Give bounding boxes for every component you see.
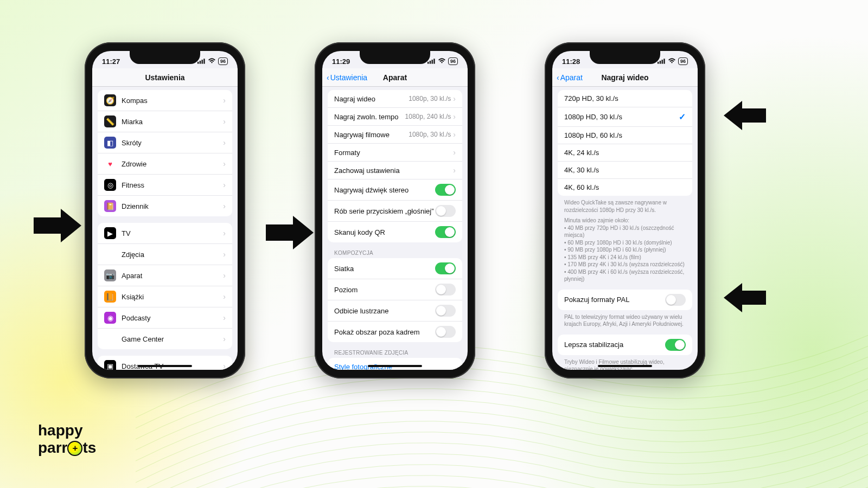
settings-row[interactable]: ◉ Podcasty ›	[98, 307, 232, 329]
chevron-left-icon: ‹	[327, 73, 329, 82]
composition-toggle-row[interactable]: Odbicie lustrzane	[328, 300, 462, 322]
quicktake-note: Wideo QuickTake są zawsze nagrywane w ro…	[552, 196, 698, 283]
chevron-right-icon: ›	[223, 159, 226, 168]
home-indicator	[368, 365, 422, 367]
settings-row[interactable]: 📷 Aparat ›	[98, 265, 232, 286]
settings-row[interactable]: 🧭 Kompas ›	[98, 90, 232, 111]
phone-notch	[590, 51, 660, 64]
svg-rect-8	[658, 61, 659, 63]
toggle-switch[interactable]	[435, 205, 456, 217]
settings-row[interactable]: 📏 Miarka ›	[98, 111, 232, 132]
toggle-switch[interactable]	[435, 305, 456, 317]
nav-bar: ‹ Aparat Nagraj wideo	[552, 68, 698, 87]
wifi-icon	[208, 57, 216, 66]
photo-styles-link[interactable]: Style fotograficzne	[328, 358, 462, 370]
row-label: Skanuj kody QR	[334, 228, 435, 236]
settings-row[interactable]: ✿ Zdjęcia ›	[98, 244, 232, 265]
video-res-option[interactable]: 4K, 30 kl./s	[558, 162, 692, 179]
video-res-group: 720p HD, 30 kl./s 1080p HD, 30 kl./s ✓ 1…	[558, 90, 692, 196]
toggle-switch[interactable]	[435, 326, 456, 338]
nav-bar: ‹ Ustawienia Aparat	[322, 68, 468, 87]
video-res-option[interactable]: 720p HD, 30 kl./s	[558, 90, 692, 107]
row-label: 4K, 24 kl./s	[564, 149, 686, 157]
back-button[interactable]: ‹ Aparat	[557, 73, 583, 82]
pal-toggle-row[interactable]: Pokazuj formaty PAL	[558, 290, 692, 310]
chevron-right-icon: ›	[453, 148, 456, 157]
composition-toggle-row[interactable]: Pokaż obszar poza kadrem	[328, 322, 462, 342]
video-res-option[interactable]: 1080p HD, 30 kl./s ✓	[558, 107, 692, 127]
settings-row[interactable]: ♥ Zdrowie ›	[98, 153, 232, 175]
home-indicator	[138, 365, 192, 367]
toggle-switch[interactable]	[435, 226, 456, 238]
battery-icon: 96	[218, 57, 228, 65]
camera-setting-row[interactable]: Nagraj zwoln. tempo 1080p, 240 kl./s ›	[328, 108, 462, 126]
row-label: Skróty	[122, 139, 223, 147]
camera-group-styles: Style fotograficzne	[328, 358, 462, 370]
toggle-switch[interactable]	[665, 294, 686, 306]
nav-title: Ustawienia	[145, 73, 184, 82]
row-label: Game Center	[122, 335, 223, 343]
phone-camera-settings: 11:29 96 ‹ Ustawienia Aparat Nagraj wide…	[315, 42, 475, 378]
row-label: Pokazuj formaty PAL	[564, 296, 665, 304]
camera-setting-row[interactable]: Zachowaj ustawienia ›	[328, 162, 462, 179]
chevron-right-icon: ›	[453, 166, 456, 175]
composition-toggle-row[interactable]: Siatka	[328, 258, 462, 279]
settings-row[interactable]: ✦ Game Center ›	[98, 329, 232, 349]
chevron-right-icon: ›	[223, 229, 226, 237]
video-res-option[interactable]: 1080p HD, 60 kl./s	[558, 127, 692, 144]
toggle-switch[interactable]	[665, 339, 686, 351]
size-item: 90 MB przy 1080p HD i 60 kl./s (płynniej…	[564, 246, 686, 254]
battery-icon: 96	[678, 57, 688, 65]
settings-row[interactable]: 📙 Książki ›	[98, 286, 232, 307]
toggle-switch[interactable]	[435, 284, 456, 296]
phone-notch	[360, 51, 430, 64]
toggle-switch[interactable]	[435, 184, 456, 196]
chevron-right-icon: ›	[223, 138, 226, 147]
settings-row[interactable]: ◧ Skróty ›	[98, 132, 232, 153]
chevron-right-icon: ›	[223, 362, 226, 370]
settings-row[interactable]: 📔 Dziennik ›	[98, 196, 232, 216]
size-item: 40 MB przy 720p HD i 30 kl./s (oszczędno…	[564, 224, 686, 239]
journal-icon: 📔	[104, 200, 116, 212]
settings-group-utilities: 🧭 Kompas › 📏 Miarka › ◧ Skróty › ♥ Zdrow…	[98, 90, 232, 216]
size-item: 170 MB przy 4K i 30 kl./s (wyższa rozdzi…	[564, 261, 686, 268]
size-list: 40 MB przy 720p HD i 30 kl./s (oszczędno…	[564, 224, 686, 283]
home-indicator	[598, 365, 652, 367]
camera-toggle-row[interactable]: Nagrywaj dźwięk stereo	[328, 179, 462, 201]
row-label: Miarka	[122, 118, 223, 126]
row-value: 1080p, 240 kl./s	[405, 113, 451, 120]
settings-row[interactable]: ▶ TV ›	[98, 223, 232, 244]
stabilization-toggle-row[interactable]: Lepsza stabilizacja	[558, 335, 692, 355]
row-label: 720p HD, 30 kl./s	[564, 94, 686, 102]
camera-setting-row[interactable]: Nagrywaj filmowe 1080p, 30 kl./s ›	[328, 126, 462, 144]
photos-icon: ✿	[104, 248, 116, 260]
phone-notch	[130, 51, 200, 64]
video-res-option[interactable]: 4K, 60 kl./s	[558, 179, 692, 196]
row-label: 1080p HD, 60 kl./s	[564, 131, 686, 139]
settings-row[interactable]: ▣ Dostawca TV ›	[98, 356, 232, 370]
step-arrow-2	[266, 216, 314, 249]
stab-note: Tryby Wideo i Filmowe ustabilizują wideo…	[552, 355, 698, 370]
row-label: Poziom	[334, 286, 435, 294]
svg-rect-6	[431, 60, 432, 64]
camera-setting-row[interactable]: Nagraj wideo 1080p, 30 kl./s ›	[328, 90, 462, 108]
video-res-option[interactable]: 4K, 24 kl./s	[558, 144, 692, 162]
camera-toggle-row[interactable]: Rób serie przyciskiem „głośniej”	[328, 201, 462, 222]
row-label: Zachowaj ustawienia	[334, 166, 453, 175]
step-arrow-1	[34, 209, 81, 242]
size-item: 400 MB przy 4K i 60 kl./s (wyższa rozdzi…	[564, 268, 686, 283]
row-label: Lepsza stabilizacja	[564, 341, 665, 349]
settings-row[interactable]: ◎ Fitness ›	[98, 175, 232, 196]
camera-setting-row[interactable]: Formaty ›	[328, 144, 462, 162]
composition-toggle-row[interactable]: Poziom	[328, 279, 462, 300]
back-button[interactable]: ‹ Ustawienia	[327, 73, 367, 82]
camera-toggle-row[interactable]: Skanuj kody QR	[328, 222, 462, 242]
ruler-icon: 📏	[104, 115, 116, 127]
svg-rect-0	[197, 61, 199, 63]
check-icon: ✓	[679, 112, 686, 122]
chevron-left-icon: ‹	[557, 73, 559, 82]
toggle-switch[interactable]	[435, 262, 456, 274]
row-label: Siatka	[334, 265, 435, 273]
chevron-right-icon: ›	[223, 292, 226, 301]
chevron-right-icon: ›	[453, 94, 456, 103]
